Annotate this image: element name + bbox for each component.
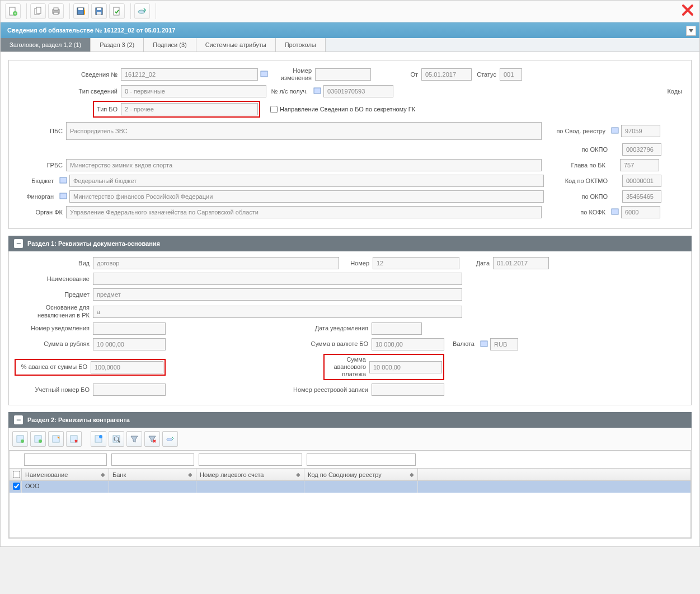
svg-rect-20 [612,209,618,214]
title-bar: Сведения об обязательстве № 161212_02 от… [1,22,699,38]
field-kofk[interactable] [621,206,660,218]
field-organ-fk[interactable] [66,206,542,218]
tabs-bar: Заголовок, раздел 1,2 (1) Раздел 3 (2) П… [1,38,699,52]
label-naim: Наименование [15,275,93,283]
label-tip-bo: Тип БО [95,106,121,113]
sort-icon[interactable]: ◆ [101,471,105,478]
field-finorgan[interactable] [69,190,544,203]
field-valuta[interactable] [490,338,518,350]
lookup-icon[interactable] [313,87,322,96]
label-status: Статус [472,71,500,78]
field-nomer-reestr[interactable] [372,383,444,396]
field-nomer-uved[interactable] [93,322,166,335]
lookup-icon[interactable] [610,127,619,135]
field-ot[interactable] [421,68,472,81]
grid-btn-2[interactable] [30,431,46,447]
label-uchet-no: Учетный номер БО [15,386,93,394]
field-naim[interactable] [93,273,462,285]
field-budget[interactable] [69,175,544,187]
svg-point-25 [39,439,42,443]
field-okpo2[interactable] [622,190,661,203]
field-okpo1[interactable] [622,143,661,156]
save-button[interactable] [91,3,107,19]
field-svod-reestr[interactable] [621,125,660,137]
section2: − Раздел 2: Реквизиты контрагента [8,412,692,539]
lookup-icon[interactable] [480,340,488,349]
field-pbs[interactable] [66,122,542,140]
field-glava-bk[interactable] [620,159,659,171]
tab-razdel3[interactable]: Раздел 3 (2) [91,38,144,52]
field-status[interactable] [500,68,522,81]
sort-icon[interactable]: ◆ [188,471,192,478]
tab-header[interactable]: Заголовок, раздел 1,2 (1) [1,38,91,52]
tab-signatures[interactable]: Подписи (3) [144,38,196,52]
section2-title: Раздел 2: Реквизиты контрагента [27,417,130,423]
collapse-icon[interactable]: − [14,239,23,248]
cell-bank [109,481,196,493]
grid-btn-1[interactable] [12,431,28,447]
new-doc-button[interactable]: + [5,3,21,19]
field-summa-avans[interactable] [369,361,442,373]
field-data-uved[interactable] [372,322,422,335]
field-nomer-izm[interactable] [315,68,371,81]
field-predmet[interactable] [93,288,462,301]
label-vid: Вид [15,260,93,267]
svg-rect-21 [481,341,487,347]
field-vid[interactable] [93,257,339,269]
lookup-icon[interactable] [610,208,619,217]
grid-btn-4[interactable] [66,431,82,447]
field-uchet-no[interactable] [93,383,166,396]
checkbox-napravlenie[interactable] [270,106,278,113]
svg-rect-4 [36,7,41,13]
label-nomer-reestr: Номер реестровой записи [166,386,372,394]
grid-btn-6[interactable] [109,431,124,447]
close-button[interactable] [680,3,695,17]
collapse-icon[interactable]: − [14,415,23,424]
tab-protocols[interactable]: Протоколы [276,38,326,52]
grid-btn-filter-clear[interactable] [144,431,160,447]
field-oktmo[interactable] [622,175,661,187]
save-back-button[interactable] [73,3,89,19]
filter-naim[interactable] [24,453,107,466]
label-kody: Коды [652,88,685,95]
field-svedeniya-no[interactable] [121,68,258,81]
field-nomer[interactable] [373,257,459,269]
lookup-icon[interactable] [59,192,68,201]
grid-btn-3[interactable] [48,431,64,447]
title-dropdown[interactable] [686,26,696,36]
label-ot: От [388,71,421,78]
copy-button[interactable] [30,3,46,19]
grid-btn-5[interactable] [91,431,106,447]
lookup-icon[interactable] [260,70,269,79]
label-kofk: по КОФК [542,209,609,216]
lookup-icon[interactable] [59,176,68,185]
field-pct-avans[interactable] [91,361,163,373]
grid-btn-filter[interactable] [126,431,142,447]
field-summa-rub[interactable] [93,338,166,350]
check-button[interactable] [109,3,125,19]
tab-system-attrs[interactable]: Системные атрибуты [196,38,276,52]
field-osnov[interactable] [93,306,462,318]
field-tip-bo[interactable] [121,103,258,115]
export-button[interactable] [134,3,150,19]
grid-btn-export[interactable] [162,431,178,447]
filter-kod[interactable] [307,453,416,466]
label-pct-avans: % аванса от суммы БО [17,363,91,371]
field-grbs[interactable] [66,159,542,171]
field-data[interactable] [493,257,549,269]
print-button[interactable] [48,3,64,19]
sort-icon[interactable]: ◆ [296,471,300,478]
header-checkbox[interactable] [13,471,20,478]
row-checkbox[interactable] [13,483,20,490]
grid-row[interactable]: ООО [10,481,690,493]
field-tip-sved[interactable] [121,85,266,97]
label-glava-bk: Глава по БК [542,162,609,169]
filter-bank[interactable] [111,453,194,466]
field-ls-poluch[interactable] [323,85,393,97]
svg-point-23 [21,439,24,443]
filter-ls[interactable] [199,453,302,466]
field-summa-val[interactable] [372,338,444,350]
label-okpo2: по ОКПО [544,193,611,200]
sort-icon[interactable]: ◆ [410,471,414,478]
svg-rect-11 [97,8,101,10]
